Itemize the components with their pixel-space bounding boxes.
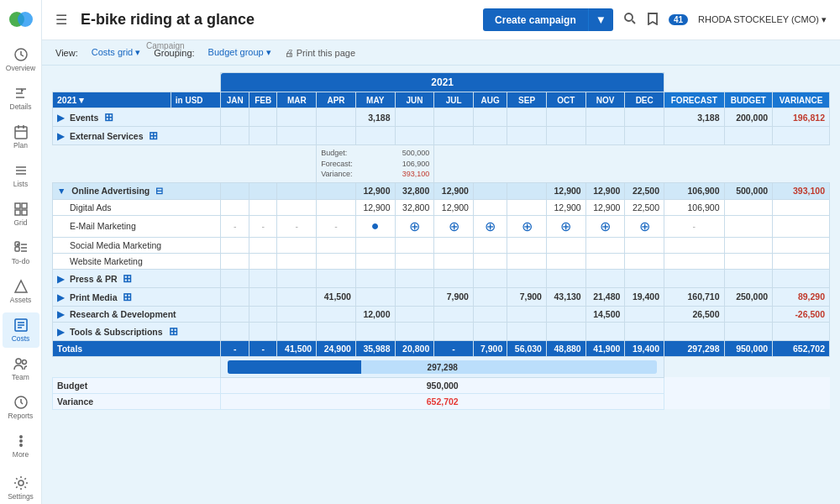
user-menu[interactable]: RHODA STOCKELEY (CMO) ▾ [698,14,827,25]
title-wrap: E-bike riding at a glance Campaign [81,11,473,29]
col-oct: OCT [546,92,585,108]
sidebar-item-lists[interactable]: Lists [3,158,39,193]
expand-events-icon[interactable]: ▶ [57,113,64,123]
variance-label: Variance [53,393,221,409]
bookmark-icon[interactable] [647,12,659,28]
progress-bar-row: 297,298 [53,356,830,377]
svg-point-13 [22,360,26,365]
svg-rect-6 [22,203,27,208]
sidebar-item-label: Reports [8,412,34,420]
online-ad-settings-icon[interactable]: ⊟ [155,186,163,196]
notification-badge[interactable]: 41 [669,14,688,25]
svg-rect-8 [22,210,27,215]
totals-label: Totals [53,340,221,356]
svg-rect-10 [15,247,19,251]
dot-icon[interactable]: ⊕ [639,219,650,234]
col-jun: JUN [395,92,434,108]
add-ext-services-icon[interactable]: ⊞ [149,129,158,142]
expand-tools-icon[interactable]: ▶ [57,327,64,337]
dot-icon[interactable]: ⊕ [560,219,571,234]
table-row: Social Media Marketing [53,237,830,253]
sidebar-item-more[interactable]: More [3,428,39,464]
col-mar: MAR [277,92,317,108]
sidebar: Overview Details Plan Lists Grid To-do A… [0,0,42,504]
sidebar-item-label: More [13,450,29,459]
add-tools-icon[interactable]: ⊞ [169,325,178,338]
sidebar-item-label: Lists [13,180,28,188]
create-campaign-button[interactable]: Create campaign [483,8,588,31]
table-row: ▶ Research & Development 12,000 14,500 [53,306,830,322]
sidebar-item-costs[interactable]: Costs [3,312,39,348]
expand-ext-services-icon[interactable]: ▶ [57,131,64,141]
sidebar-item-todo[interactable]: To-do [3,235,39,270]
totals-row: Totals - - 41,500 24,900 35,988 20,800 -… [53,340,830,356]
sidebar-item-details[interactable]: Details [3,81,39,116]
year-header: 2021 [221,73,664,92]
sidebar-item-assets[interactable]: Assets [3,274,39,309]
collapse-online-ad-icon[interactable]: ▼ [57,186,66,196]
dot-icon[interactable]: ⊕ [449,219,459,234]
expand-print-icon[interactable]: ▶ [57,292,64,302]
expand-rd-icon[interactable]: ▶ [57,309,64,319]
view-selector[interactable]: Costs grid ▾ [92,47,141,58]
add-press-icon[interactable]: ⊞ [123,272,132,285]
col-year[interactable]: 2021 ▾ [53,92,171,108]
main-content: ☰ E-bike riding at a glance Campaign Cre… [42,0,840,504]
table-row: ▶ External Services ⊞ [53,127,830,145]
col-currency: in USD [171,92,221,108]
dot-icon[interactable]: ⊕ [409,219,420,234]
sidebar-item-reports[interactable]: Reports [3,390,39,425]
add-print-icon[interactable]: ⊞ [123,291,132,303]
dot-icon[interactable]: ⊕ [485,219,496,234]
col-jan: JAN [221,92,249,108]
table-row: Digital Ads 12,900 32,800 12,900 12,900 … [53,199,830,215]
forecast-note: Budget: 500,000 Forecast: 106,900 Varian… [321,148,429,180]
page-subtitle: Campaign [146,41,185,50]
sidebar-item-label: To-do [12,257,29,265]
sidebar-item-plan[interactable]: Plan [3,119,39,155]
sidebar-item-settings[interactable]: Settings [3,470,39,504]
expand-press-icon[interactable]: ▶ [57,274,64,284]
progress-bar-fill [228,360,360,374]
table-row: E-Mail Marketing - - - - ● ⊕ ⊕ ⊕ ⊕ ⊕ ⊕ ⊕… [53,215,830,237]
svg-point-16 [19,440,21,442]
sidebar-item-grid[interactable]: Grid [3,197,39,232]
dot-icon[interactable]: ● [371,218,380,233]
logo [8,7,34,34]
col-sep: SEP [507,92,547,108]
totals-forecast: 297,298 [664,340,724,356]
col-aug: AUG [473,92,507,108]
table-row: Website Marketing [53,253,830,269]
grid-icon [13,202,29,217]
table-row: ▶ Print Media ⊞ 41,500 7,900 7,900 43,13… [53,287,830,306]
svg-rect-4 [15,127,27,139]
create-campaign-arrow-button[interactable]: ▼ [588,8,613,31]
plan-icon [13,124,29,139]
sidebar-item-overview[interactable]: Overview [3,42,39,77]
budget-label: Budget [53,377,221,393]
lists-icon [13,163,29,178]
col-forecast: FORECAST [664,92,724,108]
category-events: ▶ Events ⊞ [53,108,221,127]
svg-point-19 [625,13,633,21]
add-events-icon[interactable]: ⊞ [104,111,113,123]
dot-icon[interactable]: ⊕ [600,219,611,234]
budget-summary-row: Budget 950,000 [53,377,830,393]
sidebar-item-team[interactable]: Team [3,351,39,386]
sidebar-item-label: Plan [13,141,28,150]
table-row: ▶ Press & PR ⊞ [53,269,830,287]
dot-icon[interactable]: ⊕ [522,219,533,234]
sidebar-item-label: Costs [12,334,30,343]
search-icon[interactable] [623,12,637,28]
col-budget: BUDGET [724,92,773,108]
svg-line-20 [632,21,635,24]
overview-icon [13,47,29,62]
forecast-note-row: Budget: 500,000 Forecast: 106,900 Varian… [53,145,830,183]
col-dec: DEC [625,92,664,108]
svg-point-1 [18,12,33,27]
print-button[interactable]: 🖨 Print this page [285,48,355,58]
menu-toggle[interactable]: ☰ [55,12,67,28]
sidebar-item-label: Team [12,373,29,381]
variance-value: 652,702 [221,393,664,409]
grouping-selector[interactable]: Budget group ▾ [208,47,271,58]
